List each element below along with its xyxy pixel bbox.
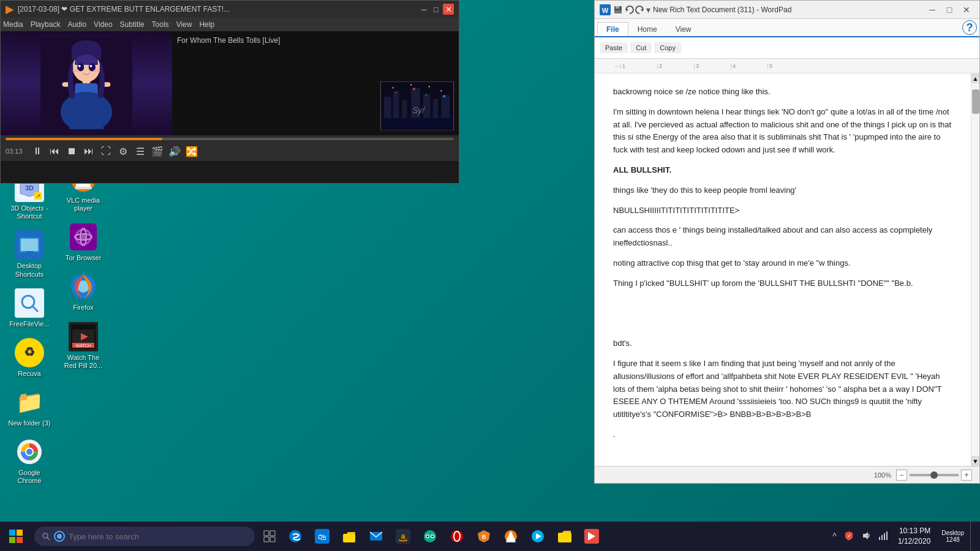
- svg-rect-103: [264, 537, 269, 542]
- chrome-icon-desktop[interactable]: Google Chrome: [5, 435, 54, 487]
- wordpad-titlebar: W ▾ New Rich Text Document (311) - WordP…: [595, 1, 979, 19]
- freefileview-icon: [15, 288, 44, 318]
- svg-rect-79: [441, 95, 450, 118]
- vlc-playback-menu[interactable]: Playback: [31, 20, 61, 29]
- vlc-tools-menu[interactable]: Tools: [152, 20, 169, 29]
- vlc-title: [2017-03-08] ❤ GET EXTREME BUTT ENLARGEM…: [18, 5, 417, 13]
- firefox-label: Firefox: [73, 304, 94, 312]
- save-icon[interactable]: [613, 5, 623, 15]
- wordpad-content[interactable]: backrowng noice se /ze notice thing like…: [595, 73, 971, 466]
- vlc-loop-button[interactable]: 🔀: [184, 144, 199, 159]
- vlc-help-menu[interactable]: Help: [199, 20, 214, 29]
- redo-icon[interactable]: [635, 5, 645, 15]
- vlc-close-button[interactable]: ✕: [443, 4, 454, 15]
- zoom-slider[interactable]: [910, 474, 959, 476]
- file-tab[interactable]: File: [597, 22, 628, 36]
- watchredpill-icon-desktop[interactable]: WATCH Watch The Red Pill 20...: [59, 320, 108, 372]
- wordpad-minimize-button[interactable]: ─: [924, 2, 940, 18]
- taskbar-store-app[interactable]: 🛍: [309, 522, 336, 551]
- media2-icon: [584, 529, 599, 544]
- svg-point-65: [73, 69, 80, 73]
- svg-rect-19: [22, 253, 37, 256]
- explorer-icon: [342, 529, 356, 544]
- vlc-minimize-button[interactable]: ─: [418, 4, 429, 15]
- help-button[interactable]: ?: [962, 20, 977, 35]
- vlc-view-menu[interactable]: View: [176, 20, 192, 29]
- vlc-audio-btn[interactable]: 🔊: [167, 144, 182, 159]
- scroll-thumb[interactable]: [972, 89, 979, 114]
- vlc-time-display: 03:13: [6, 148, 23, 155]
- vlc-next-button[interactable]: ⏭: [81, 144, 96, 159]
- taskbar-tripadvisor-app[interactable]: [417, 522, 443, 551]
- desktop-number: 1248: [946, 536, 960, 543]
- torbrowser-icon: [69, 222, 98, 252]
- wordpad-close-button[interactable]: ✕: [959, 2, 974, 18]
- svg-rect-126: [558, 533, 571, 542]
- taskbar-brave-app[interactable]: B: [470, 522, 497, 551]
- virtual-desktop-indicator[interactable]: Desktop 1248: [938, 530, 968, 543]
- freefileview-label: FreeFileVie...: [9, 320, 49, 328]
- task-view-button[interactable]: [257, 522, 282, 551]
- vlc-video-btn[interactable]: 🎬: [150, 144, 165, 159]
- search-bar[interactable]: [34, 527, 255, 546]
- antivirus-tray-icon[interactable]: ✓: [842, 531, 856, 542]
- taskbar-explorer-app[interactable]: [336, 522, 363, 551]
- ribbon-paste-button[interactable]: Paste: [600, 42, 628, 53]
- taskbar-edge-app[interactable]: [282, 522, 309, 551]
- zoom-out-button[interactable]: −: [896, 470, 907, 481]
- vlc-media-menu[interactable]: Media: [3, 20, 23, 29]
- taskbar-media2-app[interactable]: [578, 522, 605, 551]
- show-desktop-button[interactable]: [970, 522, 975, 551]
- scroll-up-button[interactable]: ▲: [971, 73, 979, 83]
- zoom-in-button[interactable]: +: [961, 470, 972, 481]
- vlc-video-menu[interactable]: Video: [94, 20, 112, 29]
- show-hidden-icons-button[interactable]: ^: [830, 531, 839, 541]
- view-tab[interactable]: View: [666, 22, 701, 36]
- taskbar-folder-app[interactable]: [551, 522, 578, 551]
- vlc-maximize-button[interactable]: □: [431, 4, 442, 15]
- svg-rect-102: [270, 531, 275, 536]
- svg-point-115: [427, 536, 429, 538]
- vlc-playlist-button[interactable]: ☰: [133, 144, 148, 159]
- wordpad-maximize-button[interactable]: □: [941, 2, 957, 18]
- taskbar-vlc-app[interactable]: [497, 522, 524, 551]
- vlc-fullscreen-button[interactable]: ⛶: [99, 144, 113, 159]
- vlc-subtitle-menu[interactable]: Subtitle: [120, 20, 145, 29]
- taskbar-opera-app[interactable]: [443, 522, 470, 551]
- desktop-shortcuts-icon[interactable]: Desktop Shortcuts: [5, 228, 54, 280]
- firefox-icon: [69, 272, 98, 301]
- taskbar-mail-app[interactable]: [363, 522, 390, 551]
- search-input[interactable]: [69, 532, 247, 541]
- firefox-icon-desktop[interactable]: Firefox: [59, 269, 108, 314]
- vlc-equalizer-button[interactable]: ⚙: [116, 144, 130, 159]
- vlc-audio-menu[interactable]: Audio: [67, 20, 86, 29]
- folder-taskbar-icon: [557, 529, 572, 544]
- newfolder3-icon: 📁: [15, 388, 44, 417]
- torbrowser-icon-desktop[interactable]: Tor Browser: [59, 220, 108, 264]
- clock[interactable]: 10:13 PM 1/12/2020: [893, 526, 935, 547]
- customize-icon[interactable]: ▾: [646, 5, 650, 15]
- wordpad-scrollbar[interactable]: ▲ ▼: [971, 73, 979, 466]
- network-icon: [878, 531, 888, 541]
- edge-icon: [288, 529, 303, 544]
- recuva-icon-desktop[interactable]: ♻ Recuva: [5, 335, 54, 380]
- ribbon-cut-button[interactable]: Cut: [630, 42, 652, 53]
- network-tray-icon[interactable]: [876, 531, 891, 542]
- undo-icon[interactable]: [624, 5, 634, 15]
- scroll-down-button[interactable]: ▼: [971, 456, 979, 466]
- newfolder3-icon-desktop[interactable]: 📁 New folder (3): [5, 385, 54, 430]
- volume-tray-icon[interactable]: [859, 531, 873, 542]
- svg-text:♻: ♻: [24, 345, 35, 359]
- taskbar-windowsmedia-app[interactable]: [524, 522, 551, 551]
- svg-rect-133: [884, 533, 885, 540]
- vlc-progress-bar[interactable]: [6, 138, 454, 140]
- freefileview-icon-desktop[interactable]: FreeFileVie...: [5, 286, 54, 331]
- ribbon-copy-button[interactable]: Copy: [654, 42, 681, 53]
- start-button[interactable]: [0, 522, 32, 551]
- home-tab[interactable]: Home: [628, 22, 666, 36]
- vlc-stop-button[interactable]: ⏹: [64, 144, 79, 159]
- svg-rect-78: [433, 99, 439, 118]
- vlc-play-pause-button[interactable]: ⏸: [30, 144, 45, 159]
- taskbar-amazon-app[interactable]: a: [390, 522, 417, 551]
- vlc-prev-button[interactable]: ⏮: [47, 144, 62, 159]
